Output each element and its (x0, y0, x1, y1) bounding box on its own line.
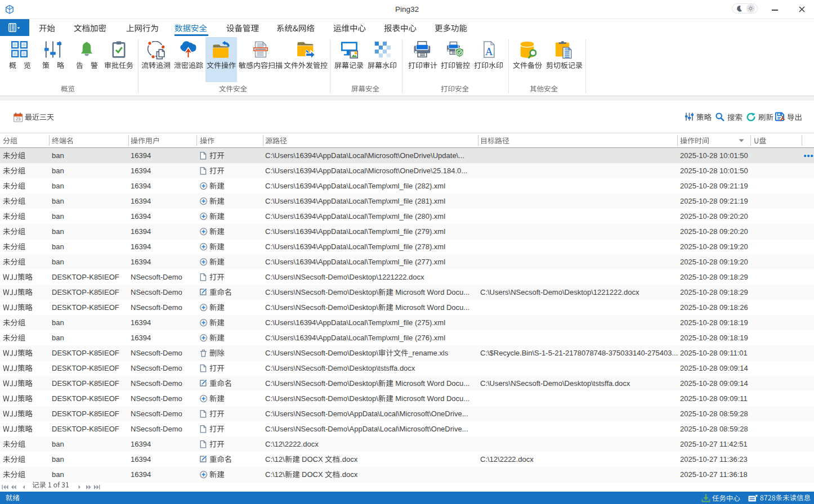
svg-text:A: A (485, 46, 493, 57)
svg-text:23: 23 (16, 116, 20, 122)
